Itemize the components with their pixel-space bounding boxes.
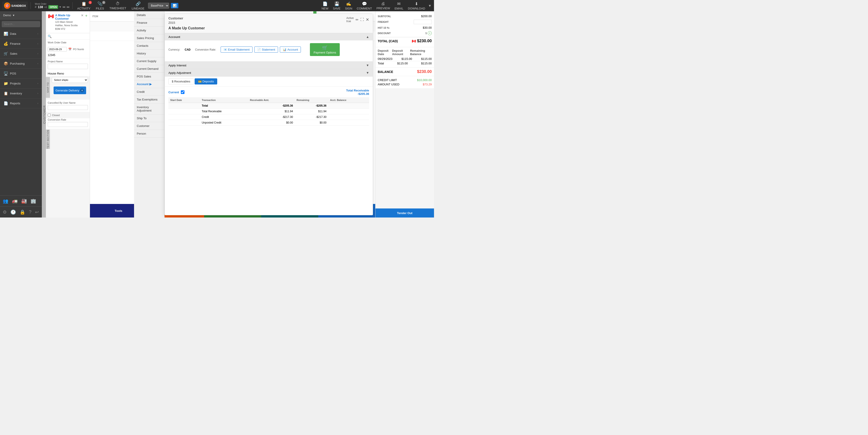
sidebar-item-sales[interactable]: 🛒 Sales › — [0, 49, 42, 59]
comment-button[interactable]: 💬 COMMENT — [355, 0, 374, 11]
people-icon[interactable]: 👥 — [2, 197, 9, 205]
wo-date-input[interactable] — [48, 47, 67, 52]
price-icon-button[interactable]: 📊 — [171, 3, 178, 8]
nav-details[interactable]: Details — [134, 11, 164, 19]
customer-tab-label[interactable]: CUSTOMER — [42, 11, 46, 218]
nav-current-demand[interactable]: Current Demand — [134, 65, 164, 73]
receivables-tab[interactable]: $ Receivables — [168, 78, 194, 85]
nav-contacts[interactable]: Contacts — [134, 42, 164, 50]
modal-edit-button[interactable]: ✏ — [355, 18, 359, 22]
price-select[interactable]: BasePrice — [148, 3, 169, 8]
nav-tax-exemptions[interactable]: Tax Exemptions — [134, 96, 164, 103]
current-checkbox[interactable] — [181, 90, 184, 94]
lineage-icon: 🔗 — [135, 1, 141, 6]
customer-header: 🇨🇦 A Made Up Customer 123 Main Street Ha… — [46, 11, 90, 33]
adjustment-header[interactable]: Apply Adjustment ▼ — [165, 69, 373, 76]
account-section-toggle[interactable]: ▲ — [366, 35, 369, 39]
settings-icon[interactable]: ⚙ — [2, 208, 8, 216]
modal-expand-button[interactable]: ⛶ — [360, 18, 364, 22]
preview-label: PREVIEW — [376, 6, 390, 10]
help-icon[interactable]: ? — [28, 208, 32, 216]
account-arrow: ▶ — [149, 82, 152, 86]
nav-current-supply[interactable]: Current Supply — [134, 57, 164, 65]
nav-ship-to[interactable]: Ship To — [134, 114, 164, 122]
truck-icon[interactable]: 🚛 — [11, 197, 19, 205]
discount-add-button[interactable]: + — [428, 31, 432, 35]
sign-button[interactable]: ✍ SIGN — [343, 0, 354, 11]
email-button[interactable]: ✉ EMAIL — [393, 0, 405, 11]
nav-credit[interactable]: Credit — [134, 88, 164, 96]
interest-header[interactable]: Apply Interest ▼ — [165, 62, 373, 69]
freight-input[interactable] — [414, 20, 432, 24]
nav-activity[interactable]: Activity — [134, 27, 164, 34]
sidebar-search-input[interactable] — [2, 21, 40, 27]
payment-options-label: Payment Options — [313, 51, 336, 54]
total-row: TOTAL (CAD) 🇨🇦 $230.00 — [378, 37, 432, 45]
factory-icon[interactable]: 🏭 — [20, 197, 28, 205]
customer-add-button[interactable]: + — [85, 13, 88, 18]
credit-section: CREDIT LIMIT $10,000.00 AMOUNT USED $73.… — [375, 76, 434, 88]
sidebar-item-finance[interactable]: 💰 Finance › — [0, 39, 42, 49]
account-section-header[interactable]: Account ▲ — [165, 33, 373, 40]
ship-to-vertical-tab[interactable]: SHIP TO — [46, 77, 50, 98]
clock-icon[interactable]: 🕐 — [9, 208, 17, 216]
customer-name[interactable]: A Made Up Customer — [55, 13, 80, 20]
projects-icon: 📁 — [4, 81, 8, 86]
conversion-rate-input[interactable] — [48, 122, 88, 127]
nav-account[interactable]: Account ▶ — [134, 80, 164, 88]
nav-pos-sales[interactable]: POS Sales — [134, 73, 164, 80]
wo-dropdown-icon[interactable]: ▾ — [59, 5, 61, 8]
sidebar-item-data[interactable]: 📊 Data › — [0, 29, 42, 39]
cancelled-input[interactable] — [48, 105, 88, 110]
nav-inventory-adjustment[interactable]: Inventory Adjustment — [134, 103, 164, 114]
nav-sales-pricing[interactable]: Sales Pricing — [134, 34, 164, 42]
deposits-tab[interactable]: 💳 Deposits — [195, 78, 217, 85]
adjustment-toggle[interactable]: ▼ — [366, 71, 369, 74]
preview-button[interactable]: 🖨 PREVIEW — [375, 0, 392, 11]
total-receivable-value: -$205.36 — [346, 92, 369, 96]
more-options-button[interactable]: ▾ — [428, 2, 432, 9]
email-statement-button[interactable]: 📧 Email Statement — [221, 46, 252, 53]
wo-next-btn[interactable]: ⏭ — [67, 5, 70, 8]
closed-checkbox[interactable] — [48, 113, 51, 116]
sidebar-item-reports[interactable]: 📄 Reports › — [0, 98, 42, 108]
wo-search-input[interactable] — [53, 35, 88, 38]
demo-selector[interactable]: Demo ▾ — [0, 11, 42, 20]
activity-btn-wrap: 📋 ACTIVITY 1 — [75, 0, 92, 11]
lock-icon[interactable]: 🔒 — [19, 208, 26, 216]
customer-close-button[interactable]: ✕ — [81, 13, 84, 17]
statement-button[interactable]: 📄 Statement — [254, 46, 278, 53]
generate-delivery-button[interactable]: Generate Delivery + — [54, 87, 86, 94]
wo-prev-btn[interactable]: ⏮ — [62, 5, 65, 8]
tender-out-button[interactable]: Tender Out — [375, 208, 434, 218]
sidebar-item-inventory[interactable]: 📋 Inventory › — [0, 89, 42, 98]
save-button[interactable]: 💾 SAVE — [331, 0, 342, 11]
sidebar-item-purchasing[interactable]: 📦 Purchasing › — [0, 59, 42, 69]
sidebar-item-projects[interactable]: 📁 Projects › — [0, 78, 42, 89]
account-button[interactable]: 📊 Account — [280, 46, 301, 53]
logout-icon[interactable]: ↩ — [34, 208, 40, 216]
timesheet-button[interactable]: ⏱ TIMESHEET — [107, 0, 128, 11]
calendar-icon[interactable]: 📅 — [68, 48, 72, 51]
nav-person-label: Person — [137, 132, 146, 135]
nav-customer[interactable]: Customer — [134, 122, 164, 130]
nav-person[interactable]: Person — [134, 130, 164, 138]
shipto-select[interactable]: Select shipto — [52, 77, 88, 83]
lineage-button[interactable]: 🔗 LINEAGE — [130, 0, 146, 11]
project-name-input[interactable] — [48, 64, 88, 69]
building-icon[interactable]: 🏢 — [30, 197, 37, 205]
wo-hash: # — [35, 5, 36, 8]
interest-toggle[interactable]: ▼ — [366, 64, 369, 67]
customer-vertical-tab[interactable]: CUSTOMER — [42, 11, 46, 218]
new-button[interactable]: 📄 NEW — [320, 0, 330, 11]
app-logo[interactable]: 🎯 SANDBOX — [2, 2, 28, 10]
modal-close-button[interactable]: ✕ — [366, 17, 369, 22]
download-button[interactable]: ⬇ DOWNLOAD — [406, 0, 427, 11]
nav-finance[interactable]: Finance — [134, 19, 164, 27]
test-section-content — [50, 130, 90, 149]
payment-options-button[interactable]: 🛒 Payment Options — [310, 43, 340, 56]
nav-history[interactable]: History — [134, 50, 164, 57]
sidebar-item-pos[interactable]: 🖥️ POS — [0, 69, 42, 78]
wo-status-badge[interactable]: OPEN — [49, 5, 58, 9]
test-section-vertical-tab[interactable]: TEST SECTION — [46, 130, 50, 149]
